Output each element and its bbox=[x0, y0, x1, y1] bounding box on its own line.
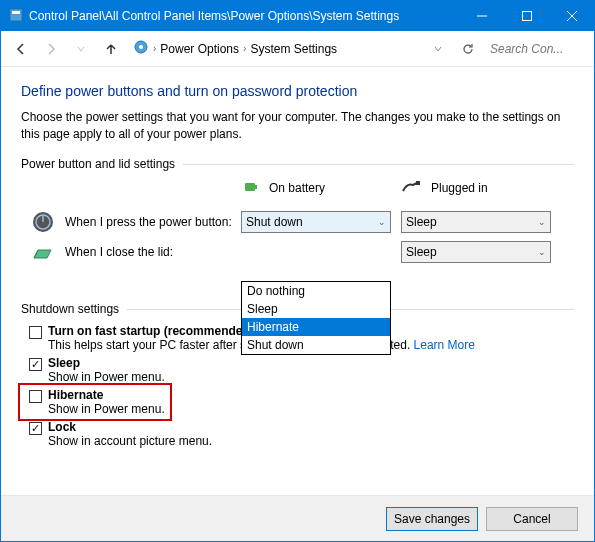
recent-dropdown[interactable] bbox=[69, 37, 93, 61]
window-title: Control Panel\All Control Panel Items\Po… bbox=[29, 9, 459, 23]
navbar: › Power Options › System Settings bbox=[1, 31, 594, 67]
dropdown-option[interactable]: Shut down bbox=[242, 336, 390, 354]
cancel-button[interactable]: Cancel bbox=[486, 507, 578, 531]
dropdown-option[interactable]: Do nothing bbox=[242, 282, 390, 300]
svg-rect-1 bbox=[12, 11, 20, 14]
svg-rect-0 bbox=[10, 9, 22, 21]
chevron-down-icon: ⌄ bbox=[378, 217, 386, 227]
control-panel-icon bbox=[9, 8, 23, 25]
window: Control Panel\All Control Panel Items\Po… bbox=[0, 0, 595, 542]
battery-icon bbox=[241, 177, 261, 200]
refresh-button[interactable] bbox=[456, 37, 480, 61]
back-button[interactable] bbox=[9, 37, 33, 61]
forward-button[interactable] bbox=[39, 37, 63, 61]
address-dropdown[interactable] bbox=[426, 37, 450, 61]
sleep-title: Sleep bbox=[48, 356, 165, 370]
minimize-button[interactable] bbox=[459, 1, 504, 31]
sleep-desc: Show in Power menu. bbox=[48, 370, 165, 384]
breadcrumb-icon bbox=[133, 39, 149, 58]
plugged-label: Plugged in bbox=[431, 181, 488, 195]
breadcrumb-item[interactable]: Power Options bbox=[160, 42, 239, 56]
power-button-label: When I press the power button: bbox=[65, 215, 232, 229]
power-button-battery-select[interactable]: Shut down⌄ bbox=[241, 211, 391, 233]
content-area: Define power buttons and turn on passwor… bbox=[1, 67, 594, 495]
breadcrumb[interactable]: › Power Options › System Settings bbox=[129, 37, 420, 61]
lid-label: When I close the lid: bbox=[65, 245, 173, 259]
chevron-right-icon: › bbox=[243, 43, 246, 54]
chevron-right-icon: › bbox=[153, 43, 156, 54]
chevron-down-icon: ⌄ bbox=[538, 247, 546, 257]
learn-more-link[interactable]: Learn More bbox=[414, 338, 475, 352]
svg-rect-9 bbox=[255, 185, 257, 189]
page-heading: Define power buttons and turn on passwor… bbox=[21, 83, 574, 99]
close-button[interactable] bbox=[549, 1, 594, 31]
lid-plugged-select[interactable]: Sleep⌄ bbox=[401, 241, 551, 263]
save-button[interactable]: Save changes bbox=[386, 507, 478, 531]
svg-rect-8 bbox=[245, 183, 255, 191]
titlebar: Control Panel\All Control Panel Items\Po… bbox=[1, 1, 594, 31]
hibernate-desc: Show in Power menu. bbox=[48, 402, 165, 416]
dropdown-menu: Do nothing Sleep Hibernate Shut down bbox=[241, 281, 391, 355]
svg-point-7 bbox=[139, 45, 143, 49]
plug-icon bbox=[401, 179, 423, 198]
section-power-button-lid: Power button and lid settings bbox=[21, 157, 574, 171]
dropdown-option-selected[interactable]: Hibernate bbox=[242, 318, 390, 336]
breadcrumb-item[interactable]: System Settings bbox=[250, 42, 337, 56]
footer: Save changes Cancel bbox=[1, 495, 594, 541]
sleep-checkbox[interactable] bbox=[29, 358, 42, 371]
lock-desc: Show in account picture menu. bbox=[48, 434, 212, 448]
power-icon bbox=[31, 210, 55, 234]
lock-title: Lock bbox=[48, 420, 212, 434]
fast-startup-checkbox[interactable] bbox=[29, 326, 42, 339]
hibernate-title: Hibernate bbox=[48, 388, 165, 402]
search-input[interactable] bbox=[486, 37, 586, 61]
lock-checkbox[interactable] bbox=[29, 422, 42, 435]
svg-rect-10 bbox=[416, 181, 420, 185]
dropdown-option[interactable]: Sleep bbox=[242, 300, 390, 318]
hibernate-checkbox[interactable] bbox=[29, 390, 42, 403]
lid-icon bbox=[31, 240, 55, 264]
intro-text: Choose the power settings that you want … bbox=[21, 109, 574, 143]
maximize-button[interactable] bbox=[504, 1, 549, 31]
battery-label: On battery bbox=[269, 181, 325, 195]
chevron-down-icon: ⌄ bbox=[538, 217, 546, 227]
power-button-plugged-select[interactable]: Sleep⌄ bbox=[401, 211, 551, 233]
svg-rect-3 bbox=[522, 12, 531, 21]
up-button[interactable] bbox=[99, 37, 123, 61]
